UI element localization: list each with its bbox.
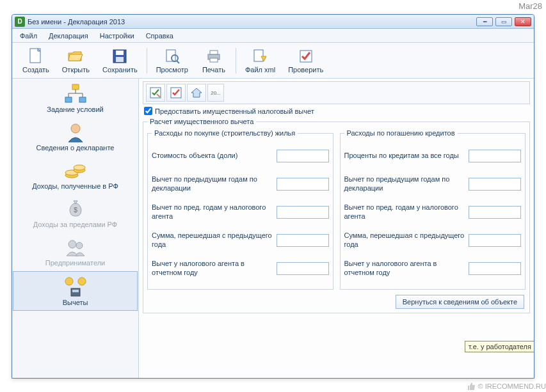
sidebar: Задание условий Сведения о декларанте До…	[12, 79, 139, 378]
titlebar: D Без имени - Декларация 2013 ━ ▭ ✕	[12, 15, 534, 29]
field-label: Сумма, перешедшая с предыдущего года	[152, 231, 277, 249]
sidebar-item-deductions[interactable]: Вычеты	[13, 271, 138, 311]
coins-icon	[61, 159, 90, 182]
carried-over-sum-input[interactable]	[277, 234, 329, 247]
app-window: D Без имени - Декларация 2013 ━ ▭ ✕ Файл…	[12, 14, 534, 379]
sidebar-label: Задание условий	[47, 106, 103, 113]
svg-point-28	[78, 278, 86, 285]
field-label: Вычет у налогового агента в отчетном год…	[152, 260, 277, 278]
sidebar-label: Доходы, полученные в РФ	[32, 182, 118, 190]
svg-point-23	[74, 165, 85, 170]
left-column-fieldset: Расходы по покупке (строительству) жилья…	[147, 129, 333, 290]
preview-label: Просмотр	[156, 66, 188, 74]
svg-rect-3	[116, 57, 124, 62]
print-label: Печать	[202, 66, 225, 74]
content-area: 20... Предоставить имущественный налогов…	[139, 79, 534, 378]
xml-file-icon	[252, 48, 269, 65]
svg-rect-13	[65, 97, 72, 102]
sub-btn-home[interactable]	[187, 84, 206, 102]
menu-declaration[interactable]: Декларация	[44, 30, 93, 42]
sidebar-item-conditions[interactable]: Задание условий	[12, 79, 138, 117]
back-to-object-button[interactable]: Вернуться к сведениям об объекте	[396, 295, 524, 309]
agent-current-year-input[interactable]	[277, 262, 329, 275]
sidebar-item-entrepreneurs: Предприниматели	[12, 232, 138, 270]
prev-years-deduction-input[interactable]	[277, 178, 329, 191]
magnifier-icon	[164, 48, 181, 65]
right-col-legend: Расходы по погашению кредитов	[344, 129, 458, 137]
new-file-icon	[28, 48, 44, 65]
flowchart-icon	[61, 82, 90, 106]
svg-point-27	[65, 278, 73, 285]
window-title: Без имени - Декларация 2013	[28, 18, 476, 26]
field-label: Вычет по пред. годам у налогового агента	[152, 203, 277, 221]
check-icon	[298, 48, 314, 65]
credit-interest-input[interactable]	[469, 150, 521, 162]
credit-prev-deduction-input[interactable]	[469, 178, 521, 191]
thumbs-up-icon	[467, 382, 476, 391]
calculation-fieldset: Расчет имущественного вычета Расходы по …	[143, 118, 530, 313]
sub-btn-year[interactable]: 20...	[207, 84, 224, 102]
sub-toolbar: 20...	[143, 81, 530, 104]
sidebar-label: Предприниматели	[45, 259, 105, 267]
svg-line-6	[177, 61, 179, 63]
check-label: Проверить	[288, 66, 323, 74]
field-label: Стоимость объекта (доли)	[152, 152, 277, 161]
menu-file[interactable]: Файл	[15, 30, 42, 42]
watermark-bottom: © IRECOMMEND.RU	[467, 382, 547, 391]
credit-carried-sum-input[interactable]	[469, 234, 521, 247]
sub-btn-redcheck[interactable]	[166, 84, 186, 102]
money-bag-icon: $	[61, 198, 90, 221]
sidebar-label: Сведения о декларанте	[36, 144, 115, 152]
credit-agent-current-input[interactable]	[469, 262, 521, 275]
svg-point-25	[68, 240, 76, 248]
sub-btn-check[interactable]	[146, 84, 165, 102]
minimize-button[interactable]: ━	[476, 17, 493, 26]
xml-label: Файл xml	[245, 66, 275, 74]
xml-button[interactable]: Файл xml	[239, 47, 282, 75]
provide-deduction-checkbox[interactable]	[144, 107, 152, 115]
print-button[interactable]: Печать	[195, 47, 233, 75]
open-button[interactable]: Открыть	[56, 47, 96, 75]
folder-open-icon	[67, 48, 84, 65]
menu-settings[interactable]: Настройки	[95, 30, 140, 42]
sidebar-item-income-rf[interactable]: Доходы, полученные в РФ	[12, 155, 138, 194]
menubar: Файл Декларация Настройки Справка	[12, 29, 534, 43]
sidebar-item-declarant[interactable]: Сведения о декларанте	[12, 117, 138, 155]
create-label: Создать	[22, 66, 49, 74]
object-cost-input[interactable]	[277, 150, 329, 162]
app-icon: D	[15, 17, 25, 27]
preview-button[interactable]: Просмотр	[150, 47, 195, 75]
toolbar: Создать Открыть Сохранить Просмотр Печат…	[12, 43, 534, 79]
printer-icon	[205, 48, 222, 65]
svg-point-19	[71, 124, 80, 133]
checkbox-label: Предоставить имущественный налоговый выч…	[155, 107, 314, 115]
maximize-button[interactable]: ▭	[495, 17, 512, 26]
tooltip: т.е. у работодателя	[465, 341, 534, 352]
svg-rect-9	[210, 58, 218, 62]
save-label: Сохранить	[102, 66, 138, 74]
menu-help[interactable]: Справка	[141, 30, 179, 42]
save-button[interactable]: Сохранить	[96, 47, 144, 75]
prev-years-agent-input[interactable]	[277, 206, 329, 219]
left-col-legend: Расходы по покупке (строительству) жилья	[152, 129, 298, 137]
svg-rect-8	[210, 51, 218, 54]
create-button[interactable]: Создать	[16, 47, 56, 75]
toolbar-separator	[236, 48, 236, 74]
field-label: Проценты по кредитам за все годы	[344, 152, 469, 161]
toolbar-separator	[147, 48, 147, 74]
credit-prev-agent-input[interactable]	[469, 206, 521, 219]
field-label: Вычет по предыдущим годам по декларации	[152, 175, 277, 193]
open-label: Открыть	[62, 66, 90, 74]
svg-rect-30	[72, 290, 79, 292]
field-label: Сумма, перешедшая с предыдущего года	[344, 231, 469, 249]
field-label: Вычет по пред. годам у налогового агента	[344, 203, 469, 221]
svg-point-26	[76, 242, 83, 249]
close-button[interactable]: ✕	[515, 17, 531, 26]
fieldset-legend: Расчет имущественного вычета	[147, 118, 256, 125]
field-label: Вычет у налогового агента в отчетном год…	[344, 260, 469, 278]
check-button[interactable]: Проверить	[282, 47, 330, 75]
svg-rect-10	[254, 50, 263, 61]
svg-rect-14	[79, 97, 86, 102]
people-icon	[61, 236, 90, 259]
right-column-fieldset: Расходы по погашению кредитов Проценты п…	[340, 129, 526, 290]
